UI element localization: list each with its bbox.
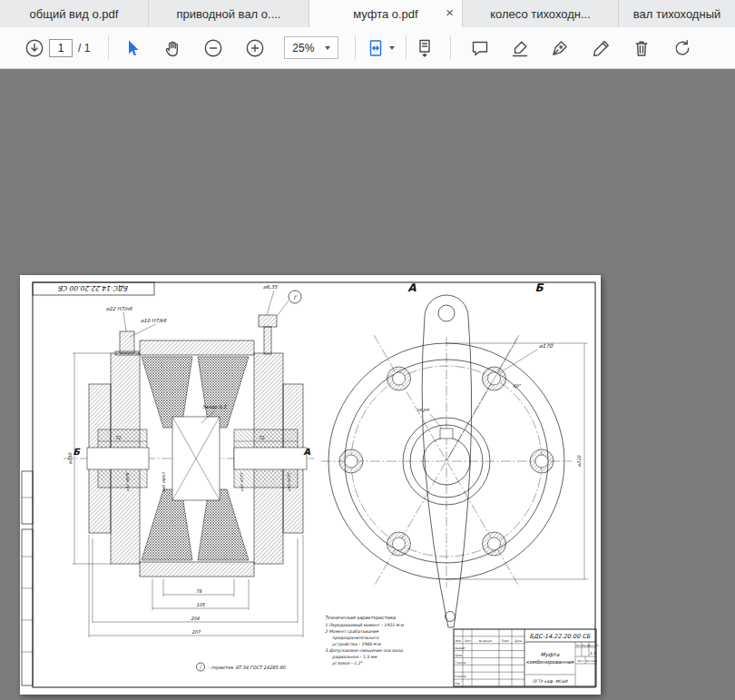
fill-sign-pen-icon <box>591 37 612 59</box>
section-label-b: Б <box>73 447 81 457</box>
rotate-button[interactable] <box>671 37 693 59</box>
tab-label: общий вид o.pdf <box>17 7 132 21</box>
rotated-doc-number: БДС-14.22.20.00 СБ <box>58 284 129 292</box>
toolbar-separator <box>108 35 109 60</box>
dim-label-d210: ⌀210 <box>576 455 582 467</box>
trash-icon <box>631 37 652 59</box>
hand-icon <box>162 37 183 59</box>
dim-label-105: 105 <box>196 602 205 607</box>
tech-line: радиальное - 1,5 мм <box>332 655 377 659</box>
highlighter-icon <box>509 37 531 59</box>
document-tabbar: общий вид o.pdf приводной вал o.... муфт… <box>0 0 735 27</box>
tab-label: вал тихоходный <box>621 7 734 21</box>
dim-label-72r: 72 <box>259 435 265 440</box>
tech-line: устройства - 1900 Н·м <box>332 642 381 646</box>
titleblock-row-tkontr: Т.контр. <box>455 661 466 665</box>
scroll-page-icon <box>414 37 436 59</box>
zoom-in-button[interactable] <box>244 37 266 59</box>
tech-line: 1 Передаваемый момент - 1921 Н·м <box>325 623 404 627</box>
mufta-drawing: БДС-14.22.20.00 СБ <box>20 275 601 695</box>
titleblock-row-utv: Утв. <box>455 682 460 685</box>
dim-label-207: 207 <box>191 629 201 635</box>
titleblock-row-prov: Пров. <box>455 654 463 657</box>
tab-privodnoy-val[interactable]: приводной вал o.... <box>149 0 309 27</box>
zoom-out-button[interactable] <box>202 37 224 59</box>
fill-sign-button[interactable] <box>591 37 612 59</box>
comment-bubble-icon <box>469 37 491 59</box>
titleblock-row-nkontr: Н.контр. <box>455 675 467 678</box>
titleblock-col-izm: Изм. <box>455 639 461 643</box>
section-view: ⌀22 H7/n6 ⌀10 H7/k6 ⌀6,35 Зазор 0,1 72 7… <box>64 284 314 637</box>
dim-label-angle: 60° <box>513 383 521 389</box>
select-tool-button[interactable] <box>122 37 143 59</box>
hand-tool-button[interactable] <box>162 37 183 59</box>
highlight-button[interactable] <box>509 37 531 59</box>
toolbar-separator <box>355 35 356 60</box>
tab-mufta-active[interactable]: муфта o.pdf × <box>309 0 463 27</box>
tech-line: предохранительного <box>332 636 380 640</box>
titleblock-col-ndoc: № докум. <box>479 639 493 643</box>
dim-label-d22: ⌀22 H7/n6 <box>106 306 132 311</box>
tab-koleso-tikhokhodnoe[interactable]: колесо тихоходн... <box>463 0 619 27</box>
download-button[interactable] <box>24 37 45 59</box>
note-symbol: Г <box>200 665 203 670</box>
sealant-note: Г - герметик ЭТ-34 ГОСТ 24285-80 <box>197 663 287 671</box>
dim-label-hub4: ⌀40 H7/f7 <box>287 471 291 491</box>
acrobat-window: общий вид o.pdf приводной вал o.... муфт… <box>0 0 735 700</box>
titleblock-sheets-label: Листов 1 <box>585 659 597 663</box>
close-tab-icon[interactable]: × <box>446 5 454 19</box>
view-label-a: А <box>407 281 416 294</box>
main-toolbar: / 1 25% <box>0 27 735 69</box>
dim-label-d635: ⌀6,35 <box>263 284 278 290</box>
tech-line: 2 Момент срабатывания <box>325 629 379 634</box>
delete-button[interactable] <box>631 37 652 59</box>
dim-label-hub2: ⌀45 H8/h7 <box>162 471 166 492</box>
ink-pen-icon <box>549 37 571 59</box>
page-number-input[interactable] <box>49 39 73 57</box>
comment-button[interactable] <box>469 37 491 59</box>
pdf-page[interactable]: БДС-14.22.20.00 СБ <box>20 275 601 695</box>
fit-options-chevron-icon[interactable] <box>389 46 395 50</box>
titleblock-name-1: Муфта <box>540 651 559 658</box>
tab-label: приводной вал o.... <box>164 7 294 21</box>
fit-width-icon <box>365 37 387 59</box>
download-icon <box>24 37 45 59</box>
page-total-label: / 1 <box>78 42 90 54</box>
view-label-b: Б <box>534 281 544 294</box>
select-arrow-icon <box>122 37 143 59</box>
tab-label: муфта o.pdf <box>340 7 430 21</box>
titleblock-col-podp: Подп. <box>501 639 509 643</box>
zoom-level-dropdown[interactable]: 25% <box>284 36 338 59</box>
zoom-level-value: 25% <box>292 42 314 54</box>
dim-label-gap: Зазор 0,1 <box>201 404 227 410</box>
zoom-in-icon <box>244 37 266 59</box>
dim-label-204: 204 <box>191 616 200 621</box>
page-scrolling-button[interactable] <box>414 37 436 59</box>
tab-obshchiy-vid[interactable]: общий вид o.pdf <box>0 0 149 27</box>
titleblock-col-data: Дата <box>514 639 522 643</box>
detail-label-g: Г <box>293 294 298 301</box>
note-text: - герметик ЭТ-34 ГОСТ 24285-80 <box>208 665 286 671</box>
front-view: ⌀170 ⌀210 14 Js9 60° А Б <box>321 281 588 627</box>
section-label-a: А <box>303 447 310 457</box>
tab-label: колесо тихоходн... <box>477 7 603 21</box>
tab-val-tikhokhodny[interactable]: вал тихоходный <box>619 0 735 27</box>
titleblock-masshtab-label: Масштаб <box>587 645 598 647</box>
sign-button[interactable] <box>549 37 571 59</box>
tech-requirements: Техническая характеристика 1 Передаваемы… <box>325 615 404 665</box>
dim-label-d170: ⌀170 <box>539 342 554 349</box>
chevron-down-icon <box>325 46 330 50</box>
titleblock-name-2: комбинированная <box>526 659 574 665</box>
titleblock-row-razrab: Разраб. <box>455 646 466 650</box>
dim-label-key: 14 Js9 <box>416 408 430 412</box>
fit-page-button[interactable] <box>365 37 387 59</box>
pdf-viewer-canvas[interactable]: БДС-14.22.20.00 СБ <box>0 69 735 700</box>
dim-label-hub1: ⌀42 H8/f8 <box>125 472 130 491</box>
titleblock-org: ПГТУ каф. МСиИ <box>533 679 568 684</box>
dim-label-hub3: ⌀45 H7/f7 <box>240 471 244 491</box>
toolbar-separator <box>406 35 407 60</box>
titleblock-sheet-label: Лист <box>577 659 583 663</box>
tech-line: 3 Допускаемое смещение оси вала: <box>325 648 404 653</box>
zoom-out-icon <box>202 37 224 59</box>
titleblock-doc-number: БДС-14.22.20.00 СБ <box>530 633 591 640</box>
